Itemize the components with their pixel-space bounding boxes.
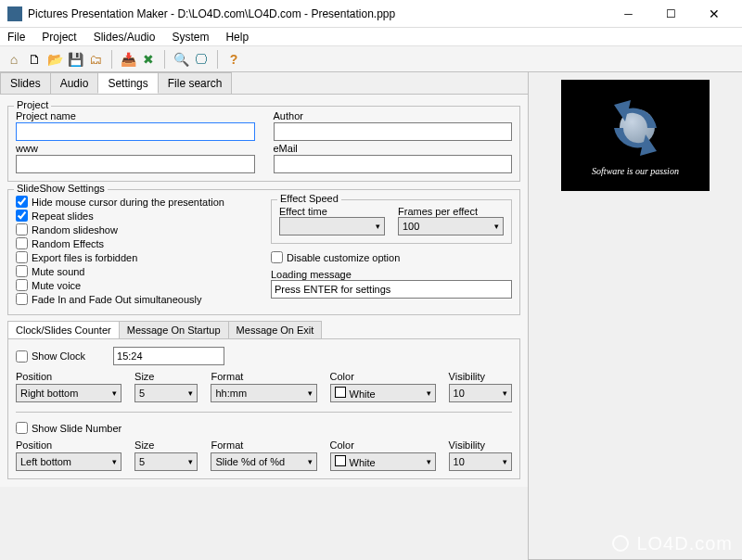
- clock-format-dropdown[interactable]: hh:mm▾: [211, 384, 316, 402]
- window-title: Pictures Presentation Maker - D:\LO4D.co…: [28, 7, 608, 20]
- new-icon[interactable]: 🗋: [26, 51, 43, 68]
- separator: [164, 50, 165, 69]
- export-icon[interactable]: ✖: [140, 51, 157, 68]
- slide-format-label: Format: [211, 439, 316, 451]
- www-label: www: [16, 143, 255, 154]
- menu-slides-audio[interactable]: Slides/Audio: [92, 29, 158, 45]
- clock-size-label: Size: [134, 371, 198, 382]
- repeat-slides-check[interactable]: Repeat slides: [16, 210, 260, 222]
- main-pane: Slides Audio Settings File search Projec…: [0, 72, 529, 560]
- preview-pane: Software is our passion: [529, 72, 742, 560]
- project-name-label: Project name: [16, 110, 255, 121]
- loading-msg-label: Loading message: [271, 269, 352, 280]
- tab-settings[interactable]: Settings: [97, 72, 158, 94]
- clock-visibility-dropdown[interactable]: 10▾: [449, 384, 512, 402]
- random-slideshow-check[interactable]: Random slideshow: [16, 223, 260, 235]
- random-effects-check[interactable]: Random Effects: [16, 237, 260, 249]
- slide-position-label: Position: [16, 439, 122, 451]
- project-name-input[interactable]: [16, 122, 255, 141]
- author-label: Author: [274, 110, 513, 121]
- loading-msg-input[interactable]: [271, 280, 512, 299]
- home-icon[interactable]: ⌂: [6, 51, 22, 68]
- clock-format-label: Format: [211, 371, 316, 382]
- tab-file-search[interactable]: File search: [158, 72, 233, 94]
- open-icon[interactable]: 📂: [46, 51, 63, 68]
- slideshow-legend: SlideShow Settings: [14, 183, 108, 194]
- tab-slides[interactable]: Slides: [0, 72, 51, 94]
- menu-system[interactable]: System: [170, 29, 211, 45]
- project-group: Project Project name Author www: [7, 106, 520, 182]
- separator: [111, 50, 112, 69]
- separator: [217, 50, 218, 69]
- effect-time-dropdown[interactable]: ▾: [279, 217, 385, 235]
- show-slide-number-check[interactable]: Show Slide Number: [16, 422, 512, 434]
- slide-color-dropdown[interactable]: White▾: [330, 452, 436, 471]
- titlebar: Pictures Presentation Maker - D:\LO4D.co…: [0, 0, 742, 28]
- mute-sound-check[interactable]: Mute sound: [16, 265, 260, 277]
- import-icon[interactable]: 📥: [120, 51, 136, 68]
- menu-file[interactable]: File: [6, 29, 27, 45]
- project-legend: Project: [14, 99, 51, 110]
- clock-visibility-label: Visibility: [449, 371, 512, 382]
- show-clock-check[interactable]: Show Clock: [16, 350, 85, 363]
- slide-size-label: Size: [134, 439, 198, 451]
- effect-time-label: Effect time: [279, 206, 327, 217]
- help-icon[interactable]: ?: [225, 51, 242, 68]
- preview-image: Software is our passion: [561, 80, 710, 191]
- effect-speed-group: Effect Speed Effect time ▾ Frames per ef…: [271, 199, 512, 244]
- clock-panel: Show Clock Position Right bottom▾ Size 5…: [7, 339, 520, 479]
- clock-color-label: Color: [330, 371, 436, 382]
- menubar: File Project Slides/Audio System Help: [0, 28, 742, 46]
- slide-visibility-label: Visibility: [449, 439, 512, 451]
- clock-color-dropdown[interactable]: White▾: [330, 384, 436, 402]
- save-all-icon[interactable]: 🗂: [87, 51, 104, 68]
- hide-cursor-check[interactable]: Hide mouse cursor during the presentatio…: [16, 196, 260, 208]
- close-button[interactable]: ✕: [693, 1, 735, 27]
- fpe-label: Frames per effect: [398, 206, 478, 217]
- email-input[interactable]: [274, 155, 513, 173]
- fade-check[interactable]: Fade In and Fade Out simultaneously: [16, 293, 260, 305]
- effect-speed-legend: Effect Speed: [277, 193, 341, 204]
- slide-visibility-dropdown[interactable]: 10▾: [449, 452, 512, 471]
- clock-size-dropdown[interactable]: 5▾: [134, 384, 198, 402]
- slideshow-group: SlideShow Settings Hide mouse cursor dur…: [7, 189, 520, 315]
- slide-position-dropdown[interactable]: Left bottom▾: [16, 452, 122, 471]
- maximize-button[interactable]: ☐: [650, 1, 692, 27]
- subtab-exit[interactable]: Message On Exit: [228, 321, 323, 338]
- preview-caption: Software is our passion: [592, 166, 679, 176]
- clock-position-label: Position: [16, 371, 122, 382]
- app-icon: [7, 6, 22, 21]
- menu-help[interactable]: Help: [224, 29, 250, 45]
- slide-size-dropdown[interactable]: 5▾: [134, 452, 198, 471]
- email-label: eMail: [274, 143, 513, 154]
- menu-project[interactable]: Project: [40, 29, 78, 45]
- mute-voice-check[interactable]: Mute voice: [16, 279, 260, 291]
- subtab-clock[interactable]: Clock/Slides Counter: [7, 321, 120, 338]
- tab-audio[interactable]: Audio: [50, 72, 99, 94]
- slide-color-label: Color: [330, 439, 436, 451]
- minimize-button[interactable]: ─: [608, 1, 649, 27]
- toolbar: ⌂ 🗋 📂 💾 🗂 📥 ✖ 🔍 🖵 ?: [0, 46, 742, 72]
- subtab-startup[interactable]: Message On Startup: [119, 321, 229, 338]
- sub-tabs: Clock/Slides Counter Message On Startup …: [7, 321, 520, 339]
- export-forbidden-check[interactable]: Export files is forbidden: [16, 251, 260, 263]
- disable-customize-check[interactable]: Disable customize option: [271, 251, 512, 263]
- clock-time-input[interactable]: [113, 347, 224, 365]
- slide-format-dropdown[interactable]: Slide %d of %d▾: [211, 452, 316, 471]
- main-tabs: Slides Audio Settings File search: [0, 72, 528, 95]
- save-icon[interactable]: 💾: [67, 51, 83, 68]
- author-input[interactable]: [274, 122, 513, 141]
- www-input[interactable]: [16, 155, 255, 173]
- preview-icon[interactable]: 🔍: [173, 51, 189, 68]
- run-icon[interactable]: 🖵: [193, 51, 210, 68]
- watermark: LO4D.com: [612, 533, 733, 554]
- clock-position-dropdown[interactable]: Right bottom▾: [16, 384, 122, 402]
- fpe-dropdown[interactable]: 100▾: [398, 217, 504, 235]
